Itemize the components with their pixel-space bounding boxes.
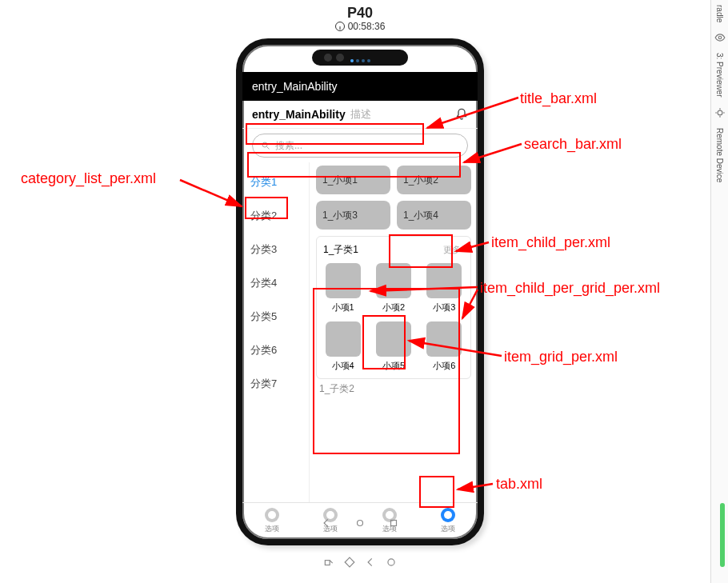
annot-item-child: item_child_per.xml xyxy=(491,234,610,251)
side-label[interactable]: radle xyxy=(715,5,724,22)
svg-rect-4 xyxy=(325,561,330,565)
system-nav xyxy=(242,515,478,534)
annot-tab: tab.xml xyxy=(496,476,542,493)
annot-title-bar: title_bar.xml xyxy=(520,90,597,107)
page-dots xyxy=(350,59,370,62)
tool-icon[interactable] xyxy=(386,557,397,568)
highlight-tab-item xyxy=(419,476,454,508)
bell-icon[interactable] xyxy=(455,108,468,121)
svg-point-15 xyxy=(718,110,722,115)
back-icon[interactable] xyxy=(321,517,332,532)
device-name: P40 xyxy=(240,5,480,22)
svg-point-14 xyxy=(718,37,722,40)
svg-point-2 xyxy=(358,521,363,526)
window-title: entry_MainAbility xyxy=(242,72,478,101)
annot-category-list: category_list_per.xml xyxy=(21,170,156,187)
highlight-search-bar xyxy=(247,152,461,178)
elapsed-time: 00:58:36 xyxy=(240,21,480,32)
ide-side-panel: radle 3: Previewer Remote Device xyxy=(710,0,728,583)
tool-icon[interactable] xyxy=(344,557,355,568)
side-label-remote[interactable]: Remote Device xyxy=(715,128,724,182)
side-label-previewer[interactable]: 3: Previewer xyxy=(715,53,724,98)
eye-icon[interactable] xyxy=(714,32,726,43)
child-item[interactable]: 1_小项3 xyxy=(316,201,390,230)
child-item[interactable]: 1_小项4 xyxy=(397,201,471,230)
svg-line-8 xyxy=(180,180,242,206)
svg-rect-3 xyxy=(391,521,397,526)
target-icon[interactable] xyxy=(714,107,726,118)
tool-icon[interactable] xyxy=(365,557,376,568)
annot-search-bar: search_bar.xml xyxy=(524,136,622,153)
annot-item-grid: item_grid_per.xml xyxy=(504,349,618,365)
preview-toolbar xyxy=(240,550,480,574)
category-item[interactable]: 分类5 xyxy=(242,300,309,333)
clock-icon xyxy=(335,22,345,31)
home-icon[interactable] xyxy=(354,517,366,532)
category-item[interactable]: 分类3 xyxy=(242,233,309,266)
page-title: entry_MainAbility xyxy=(252,108,346,121)
chevron-right-icon: › xyxy=(461,245,464,254)
highlight-title-bar xyxy=(246,123,424,145)
tool-icon[interactable] xyxy=(323,557,334,568)
annot-item-child-grid: item_child_per_grid_per.xml xyxy=(480,280,660,297)
status-bar xyxy=(242,51,478,70)
canvas: P40 00:58:36 entry_MainAbility entry_Mai… xyxy=(0,0,728,583)
elapsed-label: 00:58:36 xyxy=(348,21,386,32)
svg-line-1 xyxy=(267,147,270,150)
category-item[interactable]: 分类4 xyxy=(242,266,309,300)
highlight-category-item xyxy=(245,197,288,219)
svg-point-5 xyxy=(388,559,394,565)
page-subtitle: 描述 xyxy=(350,107,371,122)
category-item[interactable]: 分类7 xyxy=(242,367,309,401)
highlight-grid-item xyxy=(362,315,406,369)
sub-section-title: 1_子类1 xyxy=(323,243,358,257)
side-status-bar xyxy=(720,503,725,567)
recent-icon[interactable] xyxy=(388,517,399,532)
highlight-child-grid xyxy=(313,288,460,454)
category-item[interactable]: 分类6 xyxy=(242,333,309,367)
highlight-child-item xyxy=(389,234,453,268)
